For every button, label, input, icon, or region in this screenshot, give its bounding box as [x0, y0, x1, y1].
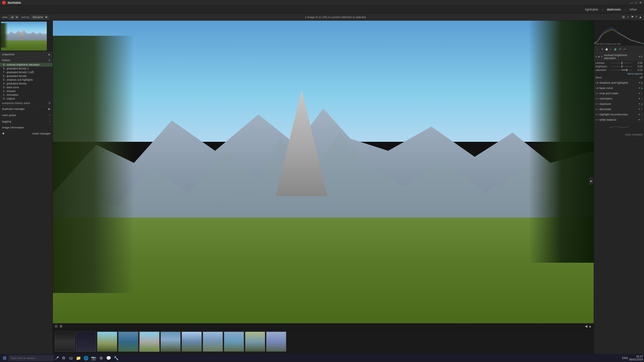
duplicate-manager-section[interactable]: duplicate manager ▶	[0, 106, 53, 112]
filmstrip-thumb-5-selected[interactable]	[139, 332, 159, 352]
filmstrip-thumb-2[interactable]	[76, 332, 96, 352]
brightness-handle[interactable]	[622, 65, 622, 68]
white-balance-active-icon[interactable]: ○	[641, 118, 642, 121]
maximize-button[interactable]: □	[635, 1, 637, 5]
exposure-active-icon[interactable]: ●	[641, 103, 642, 105]
history-item[interactable]: 7 - graduated density 1 (off)	[0, 70, 53, 74]
rpi-presets-icon[interactable]: ≡	[601, 47, 604, 52]
orientation-header[interactable]: orientation ▾ ○	[594, 96, 644, 101]
rpi-back-icon[interactable]: ←	[595, 47, 600, 52]
minimize-button[interactable]: —	[630, 1, 633, 5]
tab-lighttable[interactable]: lighttable	[582, 7, 601, 12]
chevron-up-icon[interactable]: ▲	[639, 15, 642, 19]
history-item[interactable]: 2 - sharpen	[0, 89, 53, 93]
image-information-section[interactable]: image information	[0, 125, 53, 130]
filmstrip-next-icon[interactable]: ▲	[588, 324, 592, 328]
search-mic-icon[interactable]: 🎤	[55, 356, 59, 360]
view-select[interactable]: all	[9, 15, 19, 19]
taskbar-app-3[interactable]: 🌐	[83, 354, 90, 361]
tab-darkroom[interactable]: darkroom	[604, 7, 624, 12]
taskbar-app-5[interactable]: ⚙	[98, 354, 105, 361]
filmstrip-thumb-7[interactable]	[182, 332, 202, 352]
filmstrip-thumb-6[interactable]	[160, 332, 181, 352]
history-item[interactable]: 9 - contrast brightness saturation	[0, 63, 53, 67]
snapshots-toggle-icon[interactable]: ▶	[49, 53, 51, 56]
crop-rotate-active-icon[interactable]: ○	[641, 92, 642, 95]
filmstrip-expand-icon[interactable]: ⊞	[60, 324, 62, 328]
filmstrip-thumb-1[interactable]	[55, 332, 75, 352]
help-icon[interactable]: ?	[635, 15, 637, 19]
exposure-preset-icon[interactable]: ▾	[639, 102, 640, 106]
history-item[interactable]: 5 - shadows and highlights	[0, 78, 53, 82]
window-controls[interactable]: — □ ✕	[630, 1, 642, 5]
base-curve-header[interactable]: base curve ▾ ●	[594, 85, 644, 90]
tab-other[interactable]: other	[626, 7, 640, 12]
base-curve-active-icon[interactable]: ●	[641, 87, 642, 89]
taskbar-app-6[interactable]: 💬	[105, 354, 112, 361]
history-item[interactable]: 8 - graduated density 1	[0, 67, 53, 70]
rpi-white-icon[interactable]: ○	[610, 47, 613, 52]
flag-icon[interactable]: ⚑	[631, 15, 634, 19]
view-selector[interactable]: view all	[2, 15, 19, 19]
history-item[interactable]: 0 - original	[0, 97, 53, 101]
filmstrip-prev-icon[interactable]: ◀	[585, 324, 587, 328]
sort-selector[interactable]: sort by filename	[21, 15, 49, 19]
taskbar-app-4[interactable]: 📷	[90, 354, 97, 361]
shadows-highlights-preset-icon[interactable]: ▾	[639, 81, 640, 84]
filmstrip-thumb-10[interactable]	[245, 332, 265, 352]
history-item[interactable]: 1 - orientation	[0, 93, 53, 97]
tagging-section[interactable]: tagging ○	[0, 118, 53, 125]
more-modules-row[interactable]: more modules	[594, 132, 644, 137]
module-collapse-icon[interactable]: ▼	[600, 55, 603, 58]
demosaic-header[interactable]: demosaic ▾ ○	[594, 107, 644, 112]
taskbar-app-2[interactable]: 📁	[75, 354, 82, 361]
contrast-handle[interactable]	[622, 62, 622, 64]
exposure-header[interactable]: exposure ▾ ●	[594, 101, 644, 106]
filmstrip-thumb-9[interactable]	[224, 332, 244, 352]
main-image-area[interactable]	[53, 21, 594, 323]
blend-options-link[interactable]: blend options	[628, 72, 643, 75]
module-show-icon[interactable]: ◀	[598, 55, 599, 58]
module-presets-icon[interactable]: ▾	[639, 55, 640, 58]
saturation-track[interactable]	[611, 70, 632, 70]
crop-rotate-preset-icon[interactable]: ▾	[638, 92, 640, 95]
history-toggle-icon[interactable]: ▼	[48, 59, 51, 62]
filmstrip-thumb-3[interactable]	[97, 332, 117, 352]
history-item[interactable]: 6 - graduated density	[0, 74, 53, 78]
history-item[interactable]: 3 - base curve	[0, 85, 53, 89]
rpi-parametric-icon[interactable]: ◉	[605, 47, 609, 52]
orientation-active-icon[interactable]: ○	[641, 97, 642, 100]
history-item[interactable]: 4 - graduated density	[0, 82, 53, 85]
demosaic-active-icon[interactable]: ○	[641, 107, 642, 111]
taskbar-search-input[interactable]	[9, 355, 54, 361]
rpi-green-icon[interactable]: ◉	[613, 47, 617, 52]
white-balance-header[interactable]: white balance ▾ ○	[594, 117, 644, 122]
mask-manager-section[interactable]: ◀ mask manager	[0, 130, 53, 136]
star-icon[interactable]: ☆	[626, 15, 629, 19]
rpi-history-icon[interactable]: ↩	[623, 47, 627, 52]
taskbar-app-7[interactable]: 🔧	[113, 354, 120, 361]
filmstrip-thumb-11[interactable]	[266, 332, 286, 352]
task-view-icon[interactable]: ⧉	[60, 354, 67, 361]
highlight-reconstruction-preset-icon[interactable]: ▾	[638, 113, 640, 116]
saturation-handle[interactable]	[627, 69, 627, 71]
crop-rotate-header[interactable]: crop and rotate ▾ ○	[594, 91, 644, 96]
sort-select[interactable]: filename	[30, 15, 49, 19]
close-button[interactable]: ✕	[639, 1, 642, 5]
compress-icon[interactable]: ⎘	[49, 102, 51, 105]
grid-icon[interactable]: ⊞	[622, 15, 625, 19]
contrast-track[interactable]	[611, 63, 632, 63]
shadows-highlights-active-icon[interactable]: ●	[641, 81, 642, 84]
filmstrip-thumb-4[interactable]	[118, 332, 138, 352]
orientation-preset-icon[interactable]: ▾	[638, 97, 640, 100]
taskbar-app-1[interactable]: 🗂	[67, 354, 74, 361]
base-curve-preset-icon[interactable]: ▾	[639, 86, 640, 90]
rpi-reset-icon[interactable]: ↺	[618, 47, 622, 52]
filmstrip-thumb-8[interactable]	[203, 332, 223, 352]
brightness-track[interactable]	[611, 66, 632, 67]
highlight-reconstruction-header[interactable]: highlight reconstruction ▾ ○	[594, 112, 644, 117]
start-button[interactable]: ⊞	[1, 354, 8, 361]
compress-history-button[interactable]: compress history stack	[2, 102, 30, 105]
white-balance-preset-icon[interactable]: ▾	[638, 118, 640, 121]
module-power-icon[interactable]: ●	[595, 55, 597, 58]
